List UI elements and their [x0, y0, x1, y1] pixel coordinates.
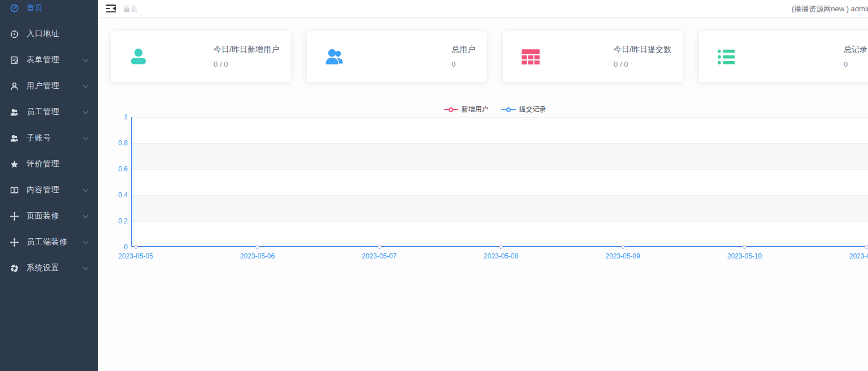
chart-gridline: [132, 143, 868, 144]
y-axis-line: [131, 117, 132, 247]
sidebar-item-label: 用户管理: [27, 81, 59, 91]
stat-card-2: 今日/昨日提交数0 / 0: [503, 31, 683, 82]
chevron-down-icon: [83, 187, 89, 192]
sidebar-item-7[interactable]: 内容管理: [0, 177, 98, 203]
stat-cards-row: 今日/昨日新增用户0 / 0总用户0今日/昨日提交数0 / 0总记录0: [111, 31, 868, 82]
form-icon: [10, 55, 19, 65]
legend-label: 提交记录: [519, 105, 546, 114]
table-icon: [520, 46, 541, 67]
legend-item-1[interactable]: 提交记录: [501, 105, 546, 114]
sidebar-item-label: 入口地址: [27, 29, 59, 39]
subaccount-users-icon: [10, 133, 19, 143]
stat-card-value: 0: [452, 60, 475, 68]
sidebar-item-label: 页面装修: [27, 211, 59, 221]
sidebar-item-10[interactable]: 系统设置: [0, 255, 98, 281]
data-point-marker: [134, 245, 138, 249]
data-point-marker: [865, 245, 868, 249]
line-chart: 新增用户提交记录00.20.40.60.812023-05-052023-05-…: [111, 102, 868, 271]
sidebar-item-label: 评价管理: [27, 159, 59, 169]
chart-split-area: [132, 117, 868, 143]
sidebar: 首页入口地址表单管理用户管理员工管理子账号评价管理内容管理页面装修员工端装修系统…: [0, 0, 98, 371]
staff-users-icon: [10, 107, 19, 117]
sidebar-collapse-icon[interactable]: [106, 5, 116, 12]
sidebar-item-label: 表单管理: [27, 55, 59, 65]
legend-marker-circle: [449, 107, 453, 112]
sidebar-item-6[interactable]: 评价管理: [0, 151, 98, 177]
book-icon: [10, 186, 19, 195]
chart-gridline: [132, 117, 868, 118]
y-axis-tick-label: 0.8: [111, 140, 128, 146]
sidebar-item-4[interactable]: 员工管理: [0, 99, 98, 125]
data-point-marker: [621, 245, 625, 249]
x-axis-tick-label: 2023-05-07: [354, 252, 405, 260]
chevron-down-icon: [83, 135, 89, 140]
stat-card-text: 今日/昨日新增用户0 / 0: [214, 45, 279, 68]
x-axis-tick-label: 2023-05-10: [719, 252, 770, 260]
y-axis-tick-label: 0.6: [111, 166, 128, 172]
move-icon: [10, 212, 19, 221]
user-info[interactable]: (播播资源网new ) admin: [792, 4, 868, 14]
collapse-icon-arrow: [112, 6, 116, 11]
sidebar-item-label: 首页: [27, 3, 43, 13]
sidebar-item-label: 子账号: [27, 133, 51, 143]
stat-card-1: 总用户0: [307, 31, 487, 82]
data-point-marker: [377, 245, 381, 249]
stat-card-text: 今日/昨日提交数0 / 0: [614, 45, 671, 68]
user-icon: [10, 81, 19, 91]
sidebar-item-5[interactable]: 子账号: [0, 125, 98, 151]
stat-card-0: 今日/昨日新增用户0 / 0: [111, 31, 290, 82]
move-icon: [10, 238, 19, 247]
chevron-down-icon: [83, 213, 89, 218]
chart-gridline: [132, 169, 868, 170]
legend-item-0[interactable]: 新增用户: [444, 105, 489, 114]
stat-card-title: 今日/昨日新增用户: [214, 45, 279, 55]
topbar: 首页 (播播资源网new ) admin: [98, 0, 868, 18]
chart-split-area: [132, 195, 868, 221]
settings-icon: [10, 264, 19, 273]
sidebar-menu: 首页入口地址表单管理用户管理员工管理子账号评价管理内容管理页面装修员工端装修系统…: [0, 0, 98, 281]
sidebar-item-label: 员工端装修: [27, 237, 68, 247]
stat-card-value: 0 / 0: [614, 60, 671, 68]
chart-split-area: [132, 143, 868, 169]
legend-marker-circle: [506, 107, 511, 112]
legend-marker: [444, 107, 458, 112]
stat-card-text: 总记录0: [844, 45, 867, 68]
sidebar-item-label: 内容管理: [27, 185, 59, 195]
person-icon: [128, 46, 149, 67]
sidebar-item-2[interactable]: 表单管理: [0, 47, 98, 73]
x-axis-tick-label: 2023-05-06: [232, 252, 283, 260]
collapse-icon-bar: [106, 11, 116, 13]
sidebar-item-9[interactable]: 员工端装修: [0, 229, 98, 255]
stat-card-value: 0 / 0: [214, 60, 279, 68]
sidebar-item-0[interactable]: 首页: [0, 0, 98, 21]
star-icon: [10, 159, 19, 169]
sidebar-item-label: 员工管理: [27, 107, 59, 117]
data-point-marker: [499, 245, 503, 249]
legend-marker: [501, 107, 516, 112]
stat-card-value: 0: [844, 60, 867, 68]
sidebar-item-label: 系统设置: [27, 263, 59, 273]
stat-card-title: 今日/昨日提交数: [614, 45, 671, 55]
chevron-down-icon: [83, 239, 89, 244]
y-axis-tick-label: 1: [111, 114, 128, 120]
chevron-down-icon: [83, 109, 89, 114]
breadcrumb[interactable]: 首页: [123, 4, 138, 14]
chart-legend: 新增用户提交记录: [111, 105, 868, 114]
y-axis-tick-label: 0.4: [111, 192, 128, 199]
x-axis-tick-label: 2023-05-11: [841, 252, 868, 260]
stat-card-title: 总记录: [844, 45, 867, 55]
chevron-down-icon: [83, 265, 89, 270]
entry-target-icon: [10, 29, 19, 39]
chart-split-area: [132, 221, 868, 247]
sidebar-item-8[interactable]: 页面装修: [0, 203, 98, 229]
chart-split-area: [132, 169, 868, 195]
legend-label: 新增用户: [462, 105, 489, 114]
stat-card-text: 总用户0: [452, 45, 475, 68]
stat-card-3: 总记录0: [699, 31, 868, 82]
chevron-down-icon: [83, 83, 89, 88]
main-area: 首页 (播播资源网new ) admin 今日/昨日新增用户0 / 0总用户0今…: [98, 0, 868, 371]
sidebar-item-1[interactable]: 入口地址: [0, 21, 98, 47]
dashboard-icon: [10, 3, 19, 13]
sidebar-item-3[interactable]: 用户管理: [0, 73, 98, 99]
list-icon: [716, 46, 737, 67]
